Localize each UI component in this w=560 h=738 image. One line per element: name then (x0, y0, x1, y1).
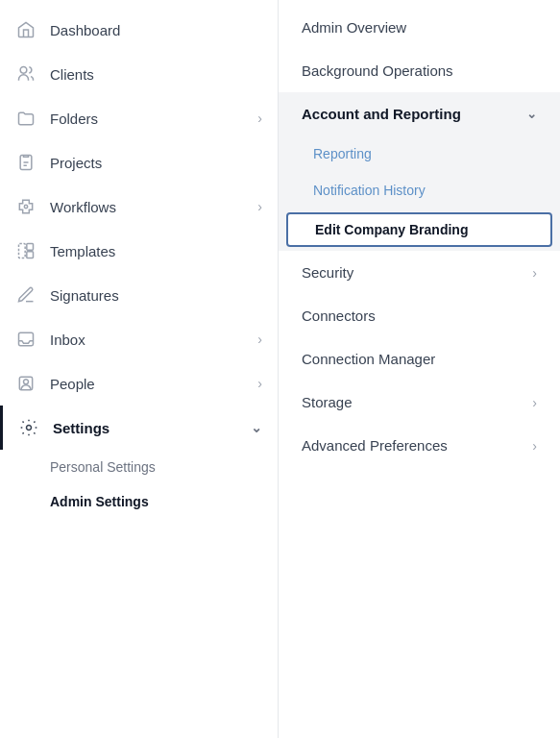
users-icon (15, 63, 37, 85)
svg-rect-5 (27, 252, 34, 258)
puzzle-icon (15, 196, 37, 217)
right-sub-item-reporting[interactable]: Reporting (279, 135, 560, 172)
sidebar-item-projects-label: Projects (50, 155, 262, 171)
security-label: Security (302, 264, 532, 281)
sidebar-item-dashboard[interactable]: Dashboard (0, 8, 278, 52)
security-chevron-icon: › (532, 265, 537, 281)
sidebar-item-workflows-label: Workflows (50, 199, 244, 215)
svg-point-8 (24, 380, 29, 384)
inbox-chevron-icon: › (257, 332, 262, 347)
sidebar-item-personal-settings[interactable]: Personal Settings (0, 450, 278, 484)
workflows-chevron-icon: › (257, 199, 262, 214)
sidebar-item-signatures-label: Signatures (50, 287, 262, 304)
sidebar-item-clients-label: Clients (50, 66, 262, 83)
sidebar-item-inbox-label: Inbox (50, 332, 244, 348)
storage-chevron-icon: › (532, 395, 537, 410)
account-reporting-chevron-icon: ⌄ (526, 107, 537, 121)
right-item-advanced-preferences[interactable]: Advanced Preferences › (279, 424, 560, 467)
right-item-connectors[interactable]: Connectors (279, 294, 560, 337)
account-reporting-section: Account and Reporting ⌄ Reporting Notifi… (279, 92, 560, 251)
right-sub-item-notification-history[interactable]: Notification History (279, 172, 560, 209)
sidebar-item-projects[interactable]: Projects (0, 140, 278, 184)
sidebar-item-inbox[interactable]: Inbox › (0, 317, 278, 361)
connectors-label: Connectors (302, 308, 537, 324)
connection-manager-label: Connection Manager (302, 351, 537, 367)
sidebar-item-settings-label: Settings (53, 420, 237, 436)
pen-icon (15, 284, 37, 306)
right-item-connection-manager[interactable]: Connection Manager (279, 337, 560, 381)
account-reporting-header[interactable]: Account and Reporting ⌄ (279, 92, 560, 135)
background-operations-label: Background Operations (302, 62, 537, 79)
sidebar-item-folders[interactable]: Folders › (0, 96, 278, 140)
right-sub-item-edit-company-branding[interactable]: Edit Company Branding (286, 212, 552, 247)
account-reporting-label: Account and Reporting (302, 106, 526, 122)
advanced-preferences-label: Advanced Preferences (302, 437, 532, 454)
sidebar-item-people[interactable]: People › (0, 361, 278, 406)
sidebar-item-folders-label: Folders (50, 111, 244, 127)
folders-chevron-icon: › (257, 111, 262, 126)
clipboard-icon (15, 152, 37, 173)
right-panel: Admin Overview Background Operations Acc… (279, 0, 560, 738)
svg-rect-3 (19, 244, 26, 258)
right-item-storage[interactable]: Storage › (279, 381, 560, 424)
sidebar-item-templates[interactable]: Templates (0, 229, 278, 273)
gear-icon (18, 417, 39, 438)
storage-label: Storage (302, 394, 532, 410)
sidebar-item-signatures[interactable]: Signatures (0, 273, 278, 317)
right-item-background-operations[interactable]: Background Operations (279, 49, 560, 92)
settings-chevron-icon: ⌄ (251, 420, 262, 435)
sidebar-item-admin-settings[interactable]: Admin Settings (0, 484, 278, 519)
sidebar-item-dashboard-label: Dashboard (50, 22, 262, 38)
advanced-preferences-chevron-icon: › (532, 438, 537, 454)
settings-sub-menu: Personal Settings Admin Settings (0, 450, 278, 519)
person-icon (15, 373, 37, 394)
sidebar-item-people-label: People (50, 376, 244, 392)
svg-point-9 (27, 426, 32, 430)
sidebar-item-templates-label: Templates (50, 243, 262, 259)
svg-rect-4 (27, 244, 34, 251)
sidebar-item-settings[interactable]: Settings ⌄ (0, 406, 278, 450)
right-item-admin-overview[interactable]: Admin Overview (279, 4, 560, 49)
home-icon (15, 19, 37, 40)
svg-point-0 (20, 67, 27, 74)
sidebar: Dashboard Clients Folders › (0, 0, 279, 738)
sidebar-item-clients[interactable]: Clients (0, 52, 278, 96)
inbox-icon (15, 329, 37, 350)
template-icon (15, 240, 37, 261)
folder-icon (15, 108, 37, 129)
people-chevron-icon: › (257, 376, 262, 391)
right-item-security[interactable]: Security › (279, 251, 560, 294)
sidebar-item-workflows[interactable]: Workflows › (0, 184, 278, 229)
svg-point-2 (24, 205, 27, 208)
admin-overview-label: Admin Overview (302, 19, 537, 36)
